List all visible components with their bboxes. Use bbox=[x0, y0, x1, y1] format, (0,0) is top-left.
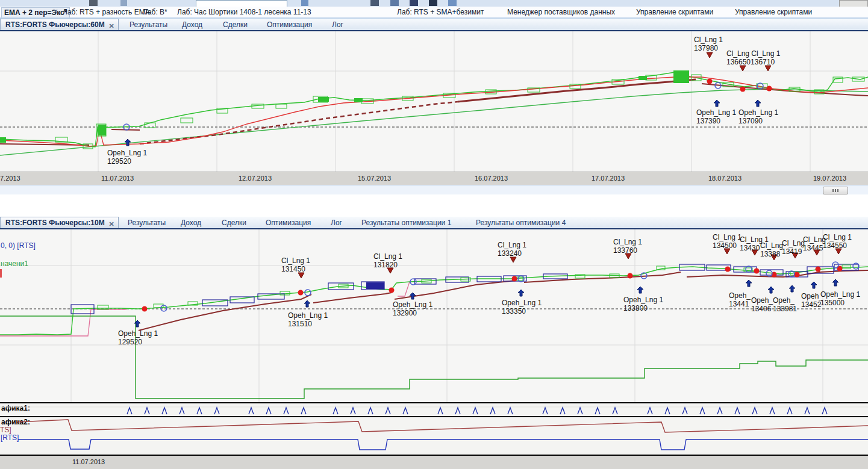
caret-marker-icon bbox=[162, 408, 167, 414]
sell-annotation-value: 13419 bbox=[782, 247, 802, 256]
panel2-tab-5[interactable]: Результаты оптимизации 1 bbox=[361, 218, 451, 228]
buy-annotation-label: Opeh_ bbox=[729, 291, 751, 300]
toolbar-icon[interactable] bbox=[429, 0, 437, 6]
sell-arrow-icon bbox=[765, 66, 771, 71]
panel2-tab-2[interactable]: Сделки bbox=[222, 218, 246, 228]
price-chart-60m[interactable]: Cl_Lng 1137980Cl_Lng Cl_Lng 113665013671… bbox=[0, 31, 868, 172]
panel2-tab-4[interactable]: Лог bbox=[331, 218, 342, 228]
panel1-tab-1[interactable]: Доход bbox=[182, 20, 202, 30]
doc-tab-7[interactable]: Управление скриптами bbox=[732, 7, 814, 17]
buy-annotation-value: 131510 bbox=[288, 320, 312, 328]
trade-dot bbox=[754, 269, 760, 274]
panel1-tab-4[interactable]: Лог bbox=[332, 20, 343, 30]
buy-annotation-label: Opeh_Lng 1 bbox=[393, 300, 432, 309]
caret-marker-icon bbox=[822, 408, 827, 414]
date-axis-10m: 11.07.2013 bbox=[0, 456, 868, 469]
doc-tab-2[interactable]: Лаб: В* bbox=[140, 7, 170, 17]
toolbar-icon[interactable] bbox=[120, 0, 127, 6]
buy-arrow-icon bbox=[755, 100, 761, 107]
sell-annotation-value: 131450 bbox=[281, 265, 305, 273]
date-tick-0: 11.07.2013 bbox=[72, 458, 105, 465]
strategy-panel-60m-header: RTS:FORTS Фьючерсы:60M ✕ РезультатыДоход… bbox=[0, 19, 868, 30]
buy-arrow-icon bbox=[304, 300, 310, 307]
sell-arrow-icon bbox=[707, 52, 713, 58]
strategy-panel-10m-header: RTS:FORTS Фьючерсы:10M ✕ РезультатыДоход… bbox=[0, 217, 868, 228]
panel2-tab-0[interactable]: Результаты bbox=[128, 218, 166, 228]
sell-arrow-icon bbox=[740, 66, 746, 71]
caret-marker-icon bbox=[508, 408, 513, 414]
trade-dot bbox=[725, 267, 731, 272]
caret-marker-icon bbox=[700, 408, 705, 414]
caret-marker-icon bbox=[180, 408, 184, 414]
sell-annotation-label: Cl_Lng 1 bbox=[498, 241, 526, 249]
caret-marker-icon bbox=[543, 408, 548, 414]
panel2-tab-1[interactable]: Доход bbox=[181, 218, 201, 228]
caret-marker-icon bbox=[197, 408, 202, 414]
sell-annotation-label: Cl_Lng 1 bbox=[694, 36, 723, 44]
buy-annotation-value: 135000 bbox=[820, 299, 845, 307]
sell-annotation-value: 133760 bbox=[613, 246, 637, 255]
indicator-panel-2-plot[interactable] bbox=[0, 417, 868, 455]
doc-tab-1[interactable]: Лаб: RTS + разность ЕМА bbox=[60, 7, 152, 17]
caret-marker-icon bbox=[145, 408, 149, 414]
caret-marker-icon bbox=[301, 408, 306, 414]
tab-chart-10m[interactable]: RTS:FORTS Фьючерсы:10M ✕ bbox=[0, 217, 119, 228]
date-tick-4: 16.07.2013 bbox=[475, 175, 508, 182]
panel2-tab-3[interactable]: Оптимизация bbox=[266, 218, 311, 228]
doc-tab-5[interactable]: Менеджер поставщиков данных bbox=[505, 7, 617, 17]
doc-tab-6[interactable]: Управление скриптами bbox=[634, 7, 716, 17]
caret-marker-icon bbox=[368, 408, 373, 414]
toolbar-icon[interactable] bbox=[448, 0, 457, 6]
buy-arrow-icon bbox=[518, 290, 524, 296]
caret-marker-icon bbox=[249, 408, 254, 414]
close-icon[interactable]: ✕ bbox=[52, 8, 59, 16]
doc-tab-4[interactable]: Лаб: RTS + SMA+безимит bbox=[395, 7, 486, 17]
caret-marker-icon bbox=[127, 408, 132, 414]
sell-annotation-label: Cl_Lng bbox=[782, 239, 805, 247]
caret-marker-icon bbox=[665, 408, 670, 414]
toolbar-icon[interactable] bbox=[370, 0, 379, 6]
trade-dot bbox=[389, 288, 395, 293]
trade-dot bbox=[707, 79, 713, 84]
caret-marker-icon bbox=[648, 408, 652, 414]
candle-box-filled bbox=[318, 97, 329, 102]
doc-tab-3[interactable]: Лаб: Час Шортики 1408-1 лесенка 11-13 bbox=[175, 7, 314, 17]
date-tick-6: 18.07.2013 bbox=[708, 175, 742, 182]
chart-60m-scrollbar[interactable] bbox=[0, 185, 868, 195]
price-chart-10m[interactable]: Cl_Lng 1131450Cl_Lng 1131820Cl_Lng 11332… bbox=[0, 229, 868, 402]
buy-annotation-value: 13441 bbox=[729, 300, 749, 308]
panel2-title: RTS:FORTS Фьючерсы:10M bbox=[5, 219, 105, 227]
panel1-title: RTS:FORTS Фьючерсы:60M bbox=[5, 20, 105, 29]
toolbar-icon[interactable] bbox=[390, 0, 399, 6]
caret-marker-icon bbox=[752, 408, 757, 414]
indicator-panel-1-plot[interactable] bbox=[0, 403, 868, 416]
caret-marker-icon bbox=[403, 408, 408, 414]
exit-circle bbox=[161, 305, 167, 311]
buy-annotation-value: 133350 bbox=[502, 307, 526, 315]
scrollbar-grip-icon[interactable] bbox=[823, 187, 848, 194]
buy-annotation-label: Opeh_ bbox=[751, 296, 773, 305]
indicator2-blue-line bbox=[18, 439, 868, 450]
caret-marker-icon bbox=[490, 408, 495, 414]
toolbar-icon[interactable] bbox=[89, 0, 98, 6]
buy-annotation-value: 133981 bbox=[773, 305, 797, 313]
toolbar-icon[interactable] bbox=[410, 0, 418, 6]
panel1-tab-2[interactable]: Сделки bbox=[223, 20, 248, 30]
panel2-tab-6[interactable]: Результаты оптимизации 4 bbox=[476, 218, 566, 228]
panel1-tab-0[interactable]: Результаты bbox=[130, 20, 167, 30]
exit-circle bbox=[832, 262, 838, 268]
date-tick-7: 19.07.2013 bbox=[813, 175, 846, 182]
caret-marker-icon bbox=[284, 408, 289, 414]
application-window: ЕМА + 2 пер=Экс*✕Лаб: RTS + разность ЕМА… bbox=[0, 0, 868, 469]
tab-chart-60m[interactable]: RTS:FORTS Фьючерсы:60M ✕ bbox=[0, 19, 119, 30]
toolbar-icon[interactable] bbox=[301, 0, 308, 6]
date-axis-60m: 7.201311.07.201312.07.201315.07.201316.0… bbox=[0, 172, 868, 185]
buy-annotation-label: Opeh_Lng 1 bbox=[623, 296, 663, 304]
buy-annotation-label: Opeh_Lng 1 bbox=[288, 311, 328, 320]
sell-arrow-icon bbox=[298, 273, 304, 278]
caret-marker-icon bbox=[595, 408, 600, 414]
buy-arrow-icon bbox=[410, 293, 416, 299]
caret-marker-icon bbox=[438, 408, 443, 414]
caret-marker-icon bbox=[770, 408, 775, 414]
panel1-tab-3[interactable]: Оптимизация bbox=[267, 20, 312, 30]
